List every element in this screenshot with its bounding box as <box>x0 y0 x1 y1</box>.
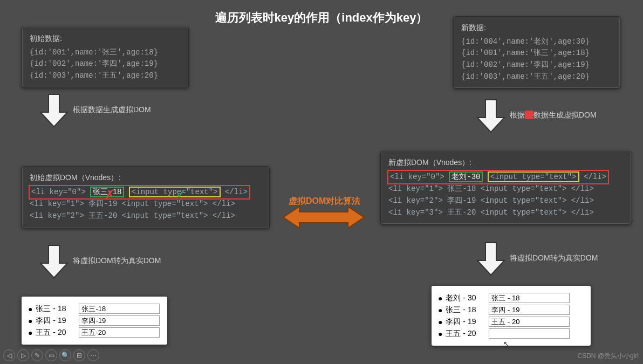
prev-slide-button[interactable]: ◁ <box>3 349 15 361</box>
bullet-icon: ● <box>28 305 32 313</box>
bullet-icon: ● <box>438 294 442 303</box>
right-vdom-line-3: <li key="3"> 王五-20 <input type="text"> <… <box>388 207 623 219</box>
arrow-down-icon <box>38 92 70 129</box>
right-result: ● 老刘 - 30 ● 张三 - 18 ● 李四 - 19 ● 王五 - 20 <box>432 286 591 346</box>
right-data-heading: 新数据: <box>461 22 612 34</box>
vnode-text: 老刘-30 <box>450 173 482 181</box>
li-open-tag: <li key="0"> <box>31 188 86 196</box>
bullet-icon: ● <box>438 318 442 326</box>
vnode-input: <input type="text"> <box>130 188 220 196</box>
left-vdom-line-2: <li key="2"> 王五-20 <input type="text"> <… <box>30 210 262 222</box>
right-data-line-1: {id:'001',name:'张三',age:18} <box>461 47 612 59</box>
right-data-line-3: {id:'003',name:'王五',age:20} <box>461 71 612 83</box>
list-item: ● 王五 - 20 <box>438 328 584 339</box>
bullet-icon: ● <box>28 328 32 337</box>
right-data-line-0: {id:'004',name:'老刘',age:30} <box>461 36 612 48</box>
left-data-line-2: {id:'003',name:'王五',age:20} <box>30 70 181 82</box>
subtitle-button[interactable]: ⊟ <box>73 349 85 361</box>
right-vdom-line-2: <li key="2"> 李四-19 <input type="text"> <… <box>388 195 623 207</box>
li-close-tag: </li> <box>225 188 248 196</box>
list-item: ● 王五 - 20 <box>28 327 161 338</box>
result-label: 张三 - 18 <box>36 304 79 314</box>
result-label: 王五 - 20 <box>36 328 79 338</box>
page-title: 遍历列表时key的作用（index作为key） <box>215 10 428 26</box>
right-vdom-key0: <li key="0"> 老刘-30 <input type="text"> <… <box>388 171 608 184</box>
vnode-input: <input type="text"> <box>489 173 578 181</box>
right-vdom-heading: 新虚拟DOM（Vnodes）: <box>388 157 623 169</box>
li-close-tag: </li> <box>584 173 606 181</box>
result-input[interactable] <box>489 305 570 315</box>
li-open-tag: <li key="0"> <box>390 173 444 181</box>
left-arrow1-label: 根据数据生成虚拟DOM <box>73 105 151 115</box>
result-input[interactable] <box>79 327 160 338</box>
bullet-icon: ● <box>438 329 442 338</box>
watermark: CSDN @秃头小小girl <box>577 352 639 361</box>
double-arrow-icon <box>281 204 367 231</box>
result-label: 王五 - 20 <box>446 329 489 339</box>
left-result: ● 张三 - 18 ● 李四 - 19 ● 王五 - 20 <box>22 297 167 345</box>
arrow-label-red: 新 <box>525 111 533 119</box>
right-vdom-line-1: <li key="1"> 张三-18 <input type="text"> <… <box>388 183 623 195</box>
result-label: 老刘 - 30 <box>446 293 489 303</box>
list-item: ● 李四 - 19 <box>438 317 584 327</box>
result-input[interactable] <box>79 315 160 326</box>
list-item: ● 老刘 - 30 <box>438 293 584 303</box>
right-new-data: 新数据: {id:'004',name:'老刘',age:30} {id:'00… <box>453 16 620 88</box>
more-button[interactable]: ⋯ <box>87 349 99 361</box>
left-data-line-0: {id:'001',name:'张三',age:18} <box>30 47 181 59</box>
pen-tool-button[interactable]: ✎ <box>31 349 43 361</box>
left-vdom-heading: 初始虚拟DOM（Vnodes）: <box>30 172 262 184</box>
right-arrow2-label: 将虚拟DOM转为真实DOM <box>510 253 598 263</box>
arrow-label-pre: 根据 <box>510 111 525 119</box>
result-label: 李四 - 19 <box>36 316 79 326</box>
list-item: ● 张三 - 18 <box>438 305 584 315</box>
left-data-line-1: {id:'002',name:'李四',age:19} <box>30 58 181 70</box>
zoom-button[interactable]: 🔍 <box>59 349 71 361</box>
arrow-down-icon <box>38 243 70 280</box>
arrow-label-post: 数据生成虚拟DOM <box>533 111 597 119</box>
arrow-down-icon <box>475 240 507 278</box>
result-input[interactable] <box>489 317 570 327</box>
list-item: ● 李四 - 19 <box>28 315 161 326</box>
left-arrow2-label: 将虚拟DOM转为真实DOM <box>73 256 161 266</box>
left-vdom-line-1: <li key="1"> 李四-19 <input type="text"> <… <box>30 198 262 210</box>
arrow-down-icon <box>475 97 507 135</box>
check-mark-icon: ✓ <box>176 183 186 206</box>
presentation-toolbar: ◁ ▷ ✎ ▭ 🔍 ⊟ ⋯ <box>3 349 99 361</box>
bullet-icon: ● <box>28 317 32 325</box>
bullet-icon: ● <box>438 306 442 314</box>
x-mark-icon: ✗ <box>105 183 114 206</box>
result-input[interactable] <box>489 293 570 303</box>
left-vdom: 初始虚拟DOM（Vnodes）: <li key="0"> 张三-18 <inp… <box>22 166 270 228</box>
next-slide-button[interactable]: ▷ <box>17 349 29 361</box>
right-vdom: 新虚拟DOM（Vnodes）: <li key="0"> 老刘-30 <inpu… <box>380 151 631 224</box>
result-input[interactable] <box>489 328 570 339</box>
left-initial-data: 初始数据: {id:'001',name:'张三',age:18} {id:'0… <box>22 27 189 88</box>
list-item: ● 张三 - 18 <box>28 304 161 314</box>
view-all-button[interactable]: ▭ <box>45 349 57 361</box>
result-input[interactable] <box>79 304 160 314</box>
right-data-line-2: {id:'002',name:'李四',age:19} <box>461 59 612 71</box>
left-data-heading: 初始数据: <box>30 33 181 45</box>
right-arrow1-label: 根据新数据生成虚拟DOM <box>510 111 597 120</box>
left-vdom-key0: <li key="0"> 张三-18 <input type="text"> <… <box>30 186 249 199</box>
result-label: 李四 - 19 <box>446 317 489 327</box>
cursor-icon: ↖ <box>503 340 509 348</box>
result-label: 张三 - 18 <box>446 305 489 315</box>
